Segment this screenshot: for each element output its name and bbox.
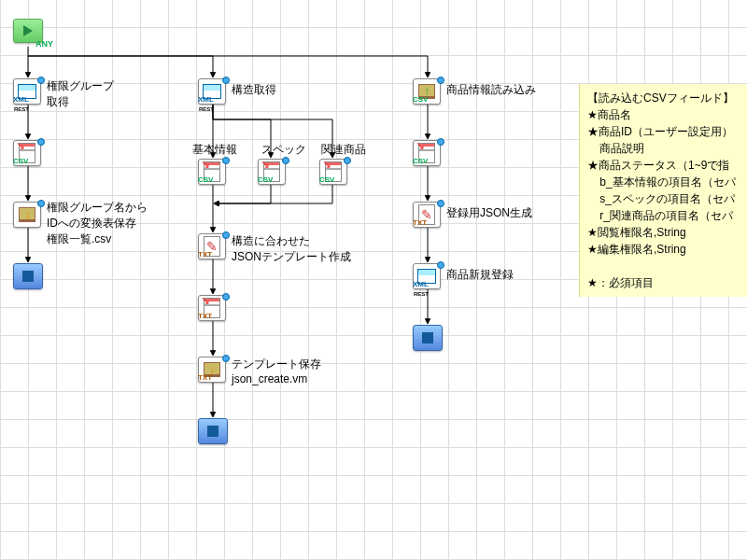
xml-tag: XML [413,280,429,560]
label-prod-load: 商品情報読み込み [446,82,536,98]
label-struct-get: 構造取得 [232,82,276,98]
stop-node-3[interactable] [413,325,443,351]
label-tpl-save: テンプレート保存 json_create.vm [232,357,321,385]
stop-node-2[interactable] [198,418,228,444]
info-note: 【読み込むCSVフィールド】 ★商品名 ★商品ID（ユーザー設定用） 商品説明 … [579,84,747,297]
label-json-tpl: 構造に合わせた JSONテンプレート作成 [232,233,351,265]
label-perm-save: 権限グループ名から IDへの変換表保存 権限一覧.csv [47,200,148,247]
save-node-perm[interactable] [13,202,41,228]
label-related: 関連商品 [321,142,366,158]
start-tag: ANY [35,39,53,49]
txt-tag: TXT [198,373,212,560]
label-prod-new: 商品新規登録 [446,267,514,283]
label-json-gen: 登録用JSON生成 [446,205,532,221]
label-perm-get: 権限グループ 取得 [47,78,114,110]
label-basic: 基本情報 [192,142,237,158]
label-spec: スペック [261,142,306,158]
stop-node-1[interactable] [13,263,43,289]
